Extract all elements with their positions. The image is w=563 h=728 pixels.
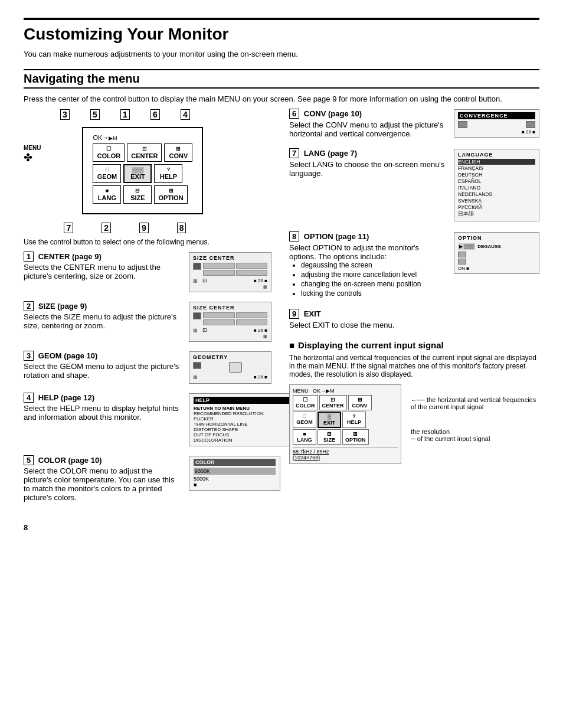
- help-line-5: DISTORTED SHAPE: [194, 427, 302, 432]
- menu-item-conv: 6 CONV (page 10) Select the CONV menu to…: [289, 109, 539, 138]
- item-help-num: 4: [24, 393, 34, 403]
- menu-item-exit: 9 EXIT Select EXIT to close the menu.: [289, 309, 539, 329]
- help-line-7: DISCOLORATION: [194, 438, 302, 443]
- item-center-preview: SIZE CENTER ▦ ⊡ ■ 26 ■: [189, 252, 271, 292]
- nav-intro: Press the center of the control button t…: [24, 94, 539, 103]
- option-bullets: degaussing the screen adjusting the moir…: [301, 261, 448, 298]
- lang-japanese: 日本語: [458, 211, 535, 218]
- menu-item-help: 4 HELP (page 12) Select the HELP menu to…: [24, 393, 271, 446]
- option-icon: ⊞: [169, 188, 174, 194]
- signal-title: ■Displaying the current input signal: [289, 340, 539, 350]
- menu-item-geom: 3 GEOM (page 10) Select the GEOM menu to…: [24, 351, 271, 384]
- bullet-lock: locking the controls: [301, 289, 448, 298]
- item-conv-desc: Select the CONV menu to adjust the pictu…: [289, 120, 448, 138]
- color-9300k: 9300K: [194, 468, 276, 475]
- item-lang-title: 7 LANG (page 7): [289, 149, 448, 158]
- center-icon: ⊡: [142, 146, 147, 152]
- signal-desc: The horizontal and vertical frequencies …: [289, 354, 539, 378]
- intro-text: You can make numerous adjustments to you…: [24, 50, 539, 58]
- menu-item-size: 2 SIZE (page 9) Selects the SIZE menu to…: [24, 302, 271, 342]
- item-conv-title: 6 CONV (page 10): [289, 109, 448, 118]
- conv-icon: ⊞: [176, 146, 181, 152]
- nav-title: Navigating the menu: [24, 69, 539, 89]
- signal-annotations: ←── the horizontal and vertical frequenc…: [411, 384, 539, 442]
- item-center-title: 1 CENTER (page 9): [24, 252, 181, 261]
- menu-btn-help[interactable]: ? HELP: [154, 164, 182, 183]
- lang-english: ENGLISH: [458, 159, 535, 165]
- item-center-desc: Selects the CENTER menu to adjust the pi…: [24, 263, 181, 280]
- menu-diagram: OK→▶M ☐ COLOR ⊡ CENTER: [82, 127, 203, 214]
- help-line-6: OUT OF FOCUS: [194, 432, 302, 438]
- item-help-desc: Select the HELP menu to display helpful …: [24, 404, 181, 422]
- menu-btn-center[interactable]: ⊡ CENTER: [127, 143, 162, 162]
- help-icon: ?: [167, 167, 171, 172]
- item-geom-desc: Select the GEOM menu to adjust the pictu…: [24, 362, 181, 380]
- item-size-title: 2 SIZE (page 9): [24, 302, 181, 311]
- item-geom-preview: GEOMETRY ▦ ■ 26 ■: [189, 351, 271, 384]
- menu-btn-size[interactable]: ⊟ SIZE: [123, 185, 152, 204]
- item-exit-title: 9 EXIT: [289, 309, 539, 318]
- signal-resolution: (1024×768): [293, 455, 398, 461]
- menu-label: MENU: [24, 145, 41, 151]
- lang-svenska: SVENSKA: [458, 198, 535, 204]
- item-option-preview: OPTION ▶ ▒▒▒ DEGAUSS ON ■: [454, 232, 539, 274]
- signal-menu-diagram: MENU OK→▶M ☐COLOR ⊡CENTER ⊞CONV: [289, 384, 401, 464]
- menu-btn-conv[interactable]: ⊞ CONV: [164, 143, 192, 162]
- item-geom-title: 3 GEOM (page 10): [24, 351, 181, 360]
- item-option-desc: Select OPTION to adjust the monitor's op…: [289, 243, 448, 261]
- menu-btn-lang[interactable]: ■ LANG: [93, 185, 121, 204]
- geom-icon: □: [106, 167, 109, 172]
- bullet-menu-pos: changing the on-screen menu position: [301, 280, 448, 288]
- item-lang-num: 7: [289, 148, 299, 158]
- item-option-num: 8: [289, 231, 299, 241]
- lang-deutsch: DEUTSCH: [458, 172, 535, 178]
- menu-item-option: 8 OPTION (page 11) Select OPTION to adju…: [289, 232, 539, 299]
- menu-item-lang: 7 LANG (page 7) Select LANG to choose th…: [289, 149, 539, 221]
- lang-espanol: ESPAÑOL: [458, 178, 535, 184]
- item-lang-preview: LANGUAGE ENGLISH FRANÇAIS DEUTSCH ESPAÑO…: [454, 149, 539, 221]
- use-text: Use the control button to select one of …: [24, 238, 271, 246]
- help-line-2: RECOMMENDED RESOLUTION: [194, 411, 302, 416]
- help-line-4: THIN HORIZONTAL LINE: [194, 422, 302, 427]
- menu-btn-exit[interactable]: ▒▒▒ EXIT: [123, 164, 152, 183]
- corner-numbers-bot: 7 2 9 8: [47, 223, 203, 233]
- help-preview-title: HELP: [194, 397, 302, 404]
- menu-btn-option[interactable]: ⊞ OPTION: [154, 185, 187, 204]
- page-title: Customizing Your Monitor: [24, 18, 539, 44]
- page-number: 8: [24, 523, 539, 532]
- item-color-title: 5 COLOR (page 10): [24, 456, 181, 465]
- lang-francais: FRANÇAIS: [458, 165, 535, 171]
- item-option-title: 8 OPTION (page 11): [289, 232, 448, 241]
- help-line-1: RETURN TO MAIN MENU: [194, 406, 302, 411]
- item-conv-num: 6: [289, 109, 299, 119]
- corner-numbers-top: 3 5 1 6 4: [47, 109, 203, 120]
- color-custom: ■: [194, 482, 276, 488]
- signal-section: ■Displaying the current input signal The…: [289, 340, 539, 464]
- lang-nederlands: NEDERLANDS: [458, 191, 535, 197]
- item-geom-num: 3: [24, 351, 34, 361]
- item-conv-preview: CONVERGENCE ■ 26 ■: [454, 109, 539, 138]
- color-preview-title: COLOR: [194, 459, 276, 466]
- item-color-num: 5: [24, 455, 34, 465]
- item-size-desc: Selects the SIZE menu to adjust the pict…: [24, 312, 181, 330]
- signal-frequency: 68.7kHz / 85Hz: [293, 449, 329, 455]
- lang-icon: ■: [106, 188, 109, 194]
- bullet-degauss: degaussing the screen: [301, 261, 448, 269]
- menu-row-3: ■ LANG ⊟ SIZE ⊞ OPTION: [93, 185, 192, 204]
- item-color-preview: COLOR 9300K 5000K ■: [189, 456, 271, 491]
- lang-italiano: ITALIANO: [458, 185, 535, 191]
- menu-ok-label: OK→▶M: [93, 134, 192, 141]
- menu-item-center: 1 CENTER (page 9) Selects the CENTER men…: [24, 252, 271, 292]
- item-size-num: 2: [24, 301, 34, 311]
- menu-btn-geom[interactable]: □ GEOM: [93, 164, 121, 183]
- help-line-3: FLICKER: [194, 416, 302, 422]
- item-help-preview: HELP RETURN TO MAIN MENU RECOMMENDED RES…: [189, 393, 271, 446]
- menu-item-color: 5 COLOR (page 10) Select the COLOR menu …: [24, 456, 271, 502]
- item-color-desc: Select the COLOR menu to adjust the pict…: [24, 466, 181, 502]
- size-icon: ⊟: [135, 188, 140, 194]
- menu-row-1: ☐ COLOR ⊡ CENTER ⊞ CONV: [93, 143, 192, 162]
- item-lang-desc: Select LANG to choose the on-screen menu…: [289, 160, 448, 178]
- menu-btn-color[interactable]: ☐ COLOR: [93, 143, 125, 162]
- item-help-title: 4 HELP (page 12): [24, 393, 181, 402]
- lang-russian: РУССКИЙ: [458, 204, 535, 210]
